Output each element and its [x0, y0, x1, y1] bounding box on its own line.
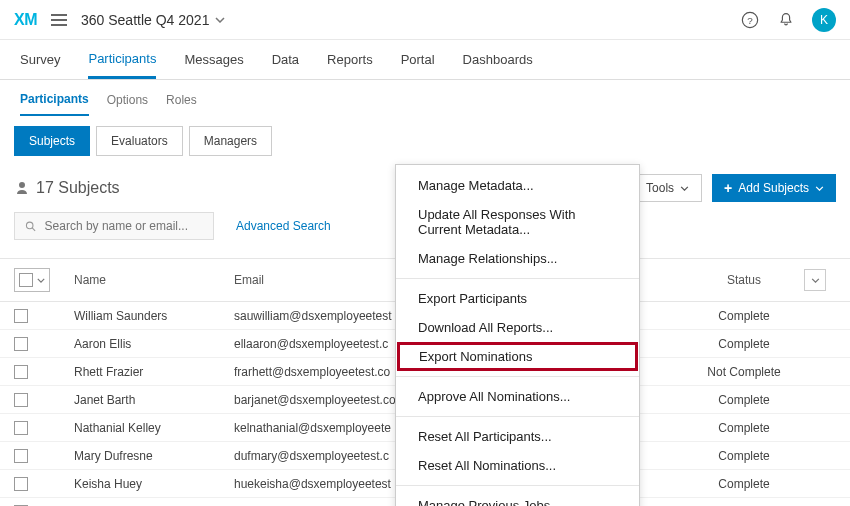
project-name-label: 360 Seattle Q4 2021 — [81, 12, 209, 28]
row-checkbox[interactable] — [14, 477, 28, 491]
tab-subjects[interactable]: Subjects — [14, 126, 90, 156]
tools-dropdown: Manage Metadata...Update All Responses W… — [395, 164, 640, 506]
top-bar: XM 360 Seattle Q4 2021 ? K — [0, 0, 850, 40]
avatar[interactable]: K — [812, 8, 836, 32]
nav-data[interactable]: Data — [272, 42, 299, 77]
main-nav: SurveyParticipantsMessagesDataReportsPor… — [0, 40, 850, 80]
svg-line-3 — [32, 227, 35, 230]
subnav-options[interactable]: Options — [107, 93, 148, 115]
logo: XM — [14, 11, 37, 29]
advanced-search-link[interactable]: Advanced Search — [236, 219, 331, 233]
svg-point-2 — [26, 222, 33, 229]
chevron-down-icon — [215, 17, 225, 23]
search-icon — [25, 220, 37, 233]
menu-separator — [396, 416, 639, 417]
nav-survey[interactable]: Survey — [20, 42, 60, 77]
cell-name: Mary Dufresne — [74, 449, 234, 463]
nav-portal[interactable]: Portal — [401, 42, 435, 77]
cell-status: Complete — [684, 393, 804, 407]
person-icon — [14, 180, 30, 196]
subjects-count: 17 Subjects — [14, 179, 120, 197]
row-checkbox[interactable] — [14, 309, 28, 323]
chevron-down-icon — [680, 186, 689, 191]
cell-status: Not Complete — [684, 365, 804, 379]
col-name[interactable]: Name — [74, 273, 234, 287]
cell-name: Aaron Ellis — [74, 337, 234, 351]
cell-name: William Saunders — [74, 309, 234, 323]
subnav-roles[interactable]: Roles — [166, 93, 197, 115]
add-subjects-label: Add Subjects — [738, 181, 809, 195]
tools-label: Tools — [646, 181, 674, 195]
cell-status: Complete — [684, 449, 804, 463]
nav-dashboards[interactable]: Dashboards — [463, 42, 533, 77]
cell-status: Complete — [684, 477, 804, 491]
subjects-count-label: 17 Subjects — [36, 179, 120, 197]
svg-text:?: ? — [747, 14, 753, 25]
row-checkbox[interactable] — [14, 337, 28, 351]
select-all-checkbox[interactable] — [14, 268, 50, 292]
project-selector[interactable]: 360 Seattle Q4 2021 — [81, 12, 225, 28]
tab-evaluators[interactable]: Evaluators — [96, 126, 183, 156]
row-checkbox[interactable] — [14, 449, 28, 463]
cell-name: Keisha Huey — [74, 477, 234, 491]
menu-item-manage-previous-jobs[interactable]: Manage Previous Jobs... — [396, 491, 639, 506]
expand-columns-button[interactable] — [804, 269, 826, 291]
cell-status: Complete — [684, 421, 804, 435]
search-input[interactable] — [45, 219, 203, 233]
cell-name: Nathanial Kelley — [74, 421, 234, 435]
add-subjects-button[interactable]: + Add Subjects — [712, 174, 836, 202]
tab-managers[interactable]: Managers — [189, 126, 272, 156]
menu-separator — [396, 485, 639, 486]
nav-participants[interactable]: Participants — [88, 41, 156, 79]
row-checkbox[interactable] — [14, 421, 28, 435]
subnav-participants[interactable]: Participants — [20, 92, 89, 116]
search-box[interactable] — [14, 212, 214, 240]
menu-item-approve-all-nominations[interactable]: Approve All Nominations... — [396, 382, 639, 411]
menu-item-update-all-responses-with-current-metadata[interactable]: Update All Responses With Current Metada… — [396, 200, 639, 244]
help-icon[interactable]: ? — [740, 10, 760, 30]
chevron-down-icon — [815, 186, 824, 191]
menu-icon[interactable] — [51, 14, 67, 26]
menu-item-download-all-reports[interactable]: Download All Reports... — [396, 313, 639, 342]
tabs: SubjectsEvaluatorsManagers — [0, 126, 850, 156]
col-status[interactable]: Status — [684, 273, 804, 287]
sub-nav: ParticipantsOptionsRoles — [0, 92, 850, 116]
menu-item-reset-all-nominations[interactable]: Reset All Nominations... — [396, 451, 639, 480]
cell-status: Complete — [684, 337, 804, 351]
nav-messages[interactable]: Messages — [184, 42, 243, 77]
cell-status: Complete — [684, 309, 804, 323]
cell-name: Rhett Frazier — [74, 365, 234, 379]
nav-reports[interactable]: Reports — [327, 42, 373, 77]
menu-separator — [396, 376, 639, 377]
row-checkbox[interactable] — [14, 365, 28, 379]
cell-name: Janet Barth — [74, 393, 234, 407]
menu-item-manage-relationships[interactable]: Manage Relationships... — [396, 244, 639, 273]
menu-item-reset-all-participants[interactable]: Reset All Participants... — [396, 422, 639, 451]
menu-item-manage-metadata[interactable]: Manage Metadata... — [396, 171, 639, 200]
row-checkbox[interactable] — [14, 393, 28, 407]
chevron-down-icon — [811, 278, 820, 283]
bell-icon[interactable] — [776, 10, 796, 30]
menu-separator — [396, 278, 639, 279]
chevron-down-icon — [37, 278, 45, 283]
menu-item-export-participants[interactable]: Export Participants — [396, 284, 639, 313]
menu-item-export-nominations[interactable]: Export Nominations — [397, 342, 638, 371]
plus-icon: + — [724, 181, 732, 195]
